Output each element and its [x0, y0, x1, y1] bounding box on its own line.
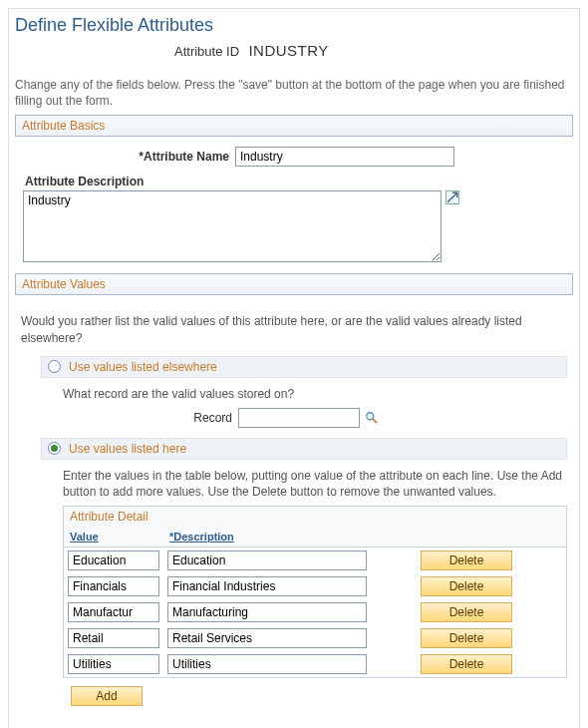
attribute-name-input[interactable]: [235, 147, 454, 167]
delete-button[interactable]: Delete: [421, 550, 512, 570]
delete-button[interactable]: Delete: [421, 628, 512, 648]
delete-button[interactable]: Delete: [421, 602, 512, 622]
table-row: Delete: [64, 547, 566, 573]
value-input[interactable]: [68, 654, 159, 674]
page-title: Define Flexible Attributes: [15, 15, 573, 36]
add-button[interactable]: Add: [71, 686, 143, 706]
radio-elsewhere[interactable]: [48, 360, 61, 373]
delete-button[interactable]: Delete: [421, 654, 512, 674]
attribute-id-value: INDUSTRY: [248, 42, 328, 59]
table-row: Delete: [64, 599, 566, 625]
description-input[interactable]: [167, 654, 367, 674]
description-input[interactable]: [167, 550, 367, 570]
record-input[interactable]: [238, 408, 360, 428]
radio-here[interactable]: [48, 442, 61, 455]
option-elsewhere-head[interactable]: Use values listed elsewhere: [41, 356, 567, 378]
table-row: Delete: [64, 625, 566, 651]
description-input[interactable]: [167, 628, 367, 648]
description-input[interactable]: [167, 576, 367, 596]
attribute-detail-header: Attribute Detail: [63, 506, 567, 527]
value-input[interactable]: [68, 628, 159, 648]
attribute-id-row: Attribute ID INDUSTRY: [15, 42, 573, 59]
attribute-description-label: Attribute Description: [25, 175, 567, 188]
attribute-id-label: Attribute ID: [174, 44, 239, 59]
col-header-description[interactable]: *Description: [163, 527, 387, 546]
attribute-description-textarea[interactable]: Industry: [23, 190, 441, 262]
page-instructions: Change any of the fields below. Press th…: [15, 77, 573, 109]
table-row: Delete: [64, 573, 566, 599]
option-here-head[interactable]: Use values listed here: [41, 438, 567, 460]
value-input[interactable]: [68, 602, 159, 622]
table-header-row: Value *Description: [64, 527, 566, 547]
lookup-icon[interactable]: [364, 410, 380, 426]
option-here-block: Use values listed here Enter the values …: [41, 438, 567, 710]
table-row: Delete: [64, 651, 566, 677]
section-header-values: Attribute Values: [15, 273, 573, 295]
section-body-basics: *Attribute Name Attribute Description In…: [15, 137, 573, 273]
svg-line-1: [373, 419, 377, 423]
attribute-name-label: *Attribute Name: [21, 150, 235, 164]
option-here-label: Use values listed here: [69, 442, 186, 456]
value-input[interactable]: [68, 550, 159, 570]
option-elsewhere-label: Use values listed elsewhere: [69, 360, 217, 374]
option-here-instructions: Enter the values in the table below, put…: [63, 468, 567, 500]
section-header-basics: Attribute Basics: [15, 115, 573, 137]
option-elsewhere-block: Use values listed elsewhere What record …: [41, 356, 567, 428]
values-question: Would you rather list the valid values o…: [21, 313, 567, 345]
expand-textarea-icon[interactable]: [445, 190, 459, 204]
svg-point-0: [367, 413, 374, 420]
attribute-detail-table: Value *Description DeleteDeleteDeleteDel…: [63, 527, 567, 678]
description-input[interactable]: [167, 602, 367, 622]
record-label: Record: [63, 411, 238, 425]
value-input[interactable]: [68, 576, 159, 596]
col-header-value[interactable]: Value: [64, 527, 163, 546]
delete-button[interactable]: Delete: [421, 576, 512, 596]
section-body-values: Would you rather list the valid values o…: [15, 295, 573, 724]
option-elsewhere-question: What record are the valid values stored …: [63, 386, 567, 402]
